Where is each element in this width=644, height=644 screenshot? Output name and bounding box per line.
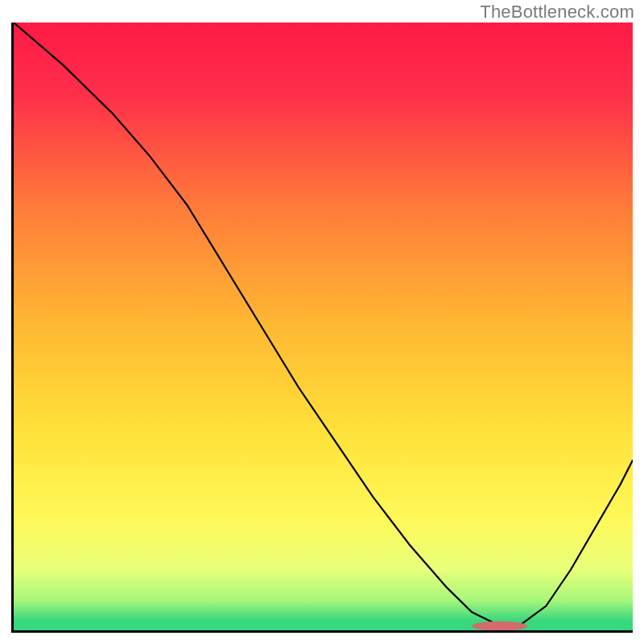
watermark-text: TheBottleneck.com <box>480 2 634 23</box>
chart-container: TheBottleneck.com <box>0 0 644 644</box>
chart-svg <box>14 23 633 630</box>
plot-area <box>11 23 633 633</box>
gradient-rect <box>14 23 633 630</box>
